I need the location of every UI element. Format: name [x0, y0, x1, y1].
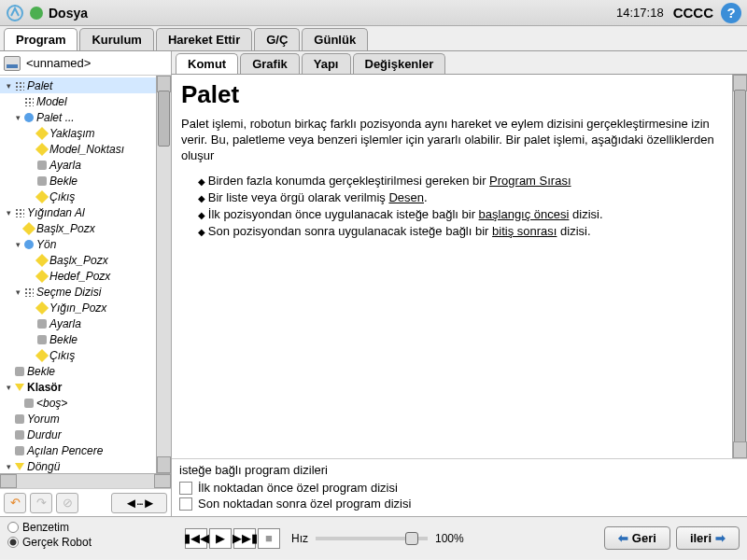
bullet-item: Birden fazla konumda gerçekleştirilmesi …: [198, 174, 738, 188]
tree-node[interactable]: Yaklaşım: [0, 125, 156, 141]
help-icon[interactable]: ?: [721, 3, 741, 23]
tab-kurulum[interactable]: Kurulum: [79, 28, 153, 50]
undo-button[interactable]: ↶: [4, 493, 26, 513]
speed-value: 100%: [435, 532, 464, 545]
titlebar: Dosya 14:17:18 CCCC ?: [0, 0, 747, 26]
program-tree[interactable]: ▾PaletModel▾Palet ...YaklaşımModel_Nokta…: [0, 76, 156, 473]
tree-node[interactable]: Yorum: [0, 411, 156, 427]
speed-label: Hız: [291, 532, 308, 545]
program-tree-panel: <unnamed> ▾PaletModel▾Palet ...YaklaşımM…: [0, 51, 172, 516]
radio-simulation-label: Benzetim: [22, 521, 69, 534]
tree-node[interactable]: Yığın_Pozx: [0, 300, 156, 315]
stop-button[interactable]: ■: [258, 528, 280, 549]
main-tabs: Program Kurulum Hareket Ettir G/Ç Günlük: [0, 26, 747, 51]
app-logo-icon: [6, 4, 24, 22]
tree-node[interactable]: ▾Klasör: [0, 379, 156, 395]
tree-node[interactable]: Bekle: [0, 331, 156, 347]
tab-gc[interactable]: G/Ç: [254, 28, 300, 50]
arrow-left-icon: ⬅: [618, 531, 628, 545]
tree-node[interactable]: ▾Seçme Dizisi: [0, 284, 156, 300]
bullet-item: İlk pozisyondan önce uygulanacak isteğe …: [198, 207, 738, 221]
tree-hscrollbar[interactable]: [0, 473, 171, 488]
tree-vscrollbar[interactable]: [156, 76, 171, 473]
tree-node[interactable]: ▾Palet ...: [0, 109, 156, 125]
window-title: Dosya: [49, 6, 616, 21]
tree-node[interactable]: Durdur: [0, 427, 156, 442]
tree-node[interactable]: Bekle: [0, 173, 156, 189]
content-description: Palet işlemi, robotun birkaç farklı pozi…: [181, 117, 738, 164]
tree-toolbar: ↶ ↷ ⊘ ◄···►: [0, 488, 171, 516]
checkbox-after-last-label: Son noktadan sonra özel program dizisi: [198, 497, 411, 511]
move-arrows-button[interactable]: ◄···►: [111, 493, 167, 513]
bullet-item: Bir liste veya örgü olarak verilmiş Dese…: [198, 190, 738, 204]
options-box: isteğe bağlı program dizileri İlk noktad…: [172, 458, 747, 516]
tree-node[interactable]: Açılan Pencere: [0, 442, 156, 458]
back-button[interactable]: ⬅Geri: [604, 526, 670, 550]
command-panel: Komut Grafik Yapı Değişkenler Palet Pale…: [172, 51, 747, 516]
radio-real-robot-label: Gerçek Robot: [22, 536, 92, 549]
playback-controls: ▮◀◀ ▶ ▶▶▮ ■ Hız 100%: [185, 528, 464, 549]
footer: Benzetim Gerçek Robot ▮◀◀ ▶ ▶▶▮ ■ Hız 10…: [0, 516, 747, 559]
tree-node[interactable]: Çıkış: [0, 189, 156, 204]
options-title: isteğe bağlı program dizileri: [179, 463, 740, 477]
next-button[interactable]: ileri➡: [676, 526, 740, 550]
tree-node[interactable]: Model_Noktası: [0, 141, 156, 157]
file-name: <unnamed>: [26, 56, 91, 70]
bullet-item: Son pozisyondan sonra uygulanacak isteğe…: [198, 224, 738, 238]
tab-hareket[interactable]: Hareket Ettir: [156, 28, 252, 50]
skip-fwd-button[interactable]: ▶▶▮: [233, 528, 256, 549]
subtab-grafik[interactable]: Grafik: [240, 53, 300, 74]
tree-node[interactable]: Model: [0, 93, 156, 109]
tab-gunluk[interactable]: Günlük: [302, 28, 368, 50]
tree-node[interactable]: ▾Yığından Al: [0, 204, 156, 220]
tree-node[interactable]: ▾Döngü: [0, 458, 156, 473]
arrow-right-icon: ➡: [715, 531, 726, 545]
radio-real-robot[interactable]: [7, 537, 19, 548]
tree-node[interactable]: Çıkış: [0, 347, 156, 363]
content-vscrollbar[interactable]: [732, 75, 747, 458]
checkbox-before-first[interactable]: [179, 482, 192, 495]
content-bullets: Birden fazla konumda gerçekleştirilmesi …: [181, 174, 738, 238]
skip-back-button[interactable]: ▮◀◀: [185, 528, 207, 549]
tree-node[interactable]: Başlx_Pozx: [0, 252, 156, 268]
speed-slider[interactable]: [316, 537, 428, 540]
radio-simulation[interactable]: [7, 522, 19, 533]
clock: 14:17:18: [616, 6, 664, 20]
tree-node[interactable]: Hedef_Pozx: [0, 268, 156, 284]
subtab-yapi[interactable]: Yapı: [302, 53, 351, 74]
content-area: Palet Palet işlemi, robotun birkaç farkl…: [172, 75, 747, 458]
subtab-komut[interactable]: Komut: [176, 53, 238, 74]
tab-program[interactable]: Program: [4, 28, 78, 50]
sub-tabs: Komut Grafik Yapı Değişkenler: [172, 51, 747, 75]
checkbox-after-last[interactable]: [179, 497, 192, 511]
tree-node[interactable]: ▾Palet: [0, 77, 156, 93]
redo-button[interactable]: ↷: [30, 493, 52, 513]
status-cccc: CCCC: [673, 5, 713, 21]
subtab-degiskenler[interactable]: Değişkenler: [353, 53, 446, 74]
tree-node[interactable]: ▾Yön: [0, 236, 156, 252]
tree-node[interactable]: Ayarla: [0, 157, 156, 173]
content-heading: Palet: [181, 80, 738, 109]
tree-node[interactable]: <boş>: [0, 395, 156, 411]
tree-node[interactable]: Ayarla: [0, 315, 156, 331]
checkbox-before-first-label: İlk noktadan önce özel program dizisi: [198, 481, 398, 495]
tree-node[interactable]: Başlx_Pozx: [0, 220, 156, 236]
tree-node[interactable]: Bekle: [0, 363, 156, 379]
disk-icon[interactable]: [4, 56, 21, 71]
play-button[interactable]: ▶: [209, 528, 232, 549]
status-globe-icon: [30, 7, 43, 20]
file-row: <unnamed>: [0, 51, 171, 76]
delete-button[interactable]: ⊘: [56, 493, 78, 513]
